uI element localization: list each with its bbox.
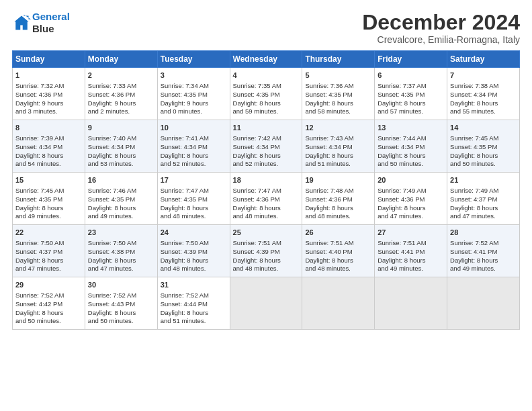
day-info-line: Daylight: 8 hours [233, 99, 300, 108]
day-info-line: Sunset: 4:34 PM [305, 143, 371, 152]
day-info-line: and 50 minutes. [88, 317, 154, 326]
day-info-line: Daylight: 8 hours [88, 309, 154, 318]
day-info-line: Sunrise: 7:37 AM [378, 82, 444, 91]
day-info-line: Sunrise: 7:33 AM [88, 82, 154, 91]
day-number: 11 [233, 123, 300, 133]
day-info-line: Sunrise: 7:51 AM [305, 239, 371, 248]
day-info-line: and 47 minutes. [450, 212, 517, 221]
day-info-line: Daylight: 9 hours [161, 99, 227, 108]
day-cell: 26Sunrise: 7:51 AMSunset: 4:40 PMDayligh… [302, 225, 375, 277]
day-info-line: Sunset: 4:36 PM [305, 195, 371, 204]
week-row-1: 1Sunrise: 7:32 AMSunset: 4:36 PMDaylight… [13, 68, 520, 120]
day-info-line: Sunrise: 7:36 AM [305, 82, 371, 91]
day-info-line: and 52 minutes. [233, 160, 300, 169]
day-info-line: Sunset: 4:35 PM [305, 91, 371, 99]
day-info-line: and 53 minutes. [88, 160, 154, 169]
day-info-line: Sunset: 4:35 PM [378, 91, 444, 99]
col-header-wednesday: Wednesday [230, 51, 302, 68]
day-info-line: Daylight: 8 hours [450, 99, 517, 108]
day-info-line: Sunset: 4:38 PM [88, 248, 154, 257]
day-info-line: Sunset: 4:36 PM [233, 195, 300, 204]
day-cell: 12Sunrise: 7:43 AMSunset: 4:34 PMDayligh… [302, 120, 375, 173]
day-cell [447, 277, 520, 330]
day-info-line: Sunrise: 7:47 AM [161, 187, 227, 195]
day-info-line: Sunrise: 7:49 AM [450, 187, 517, 195]
day-info-line: Sunrise: 7:51 AM [378, 239, 444, 248]
day-number: 10 [161, 123, 227, 133]
day-info-line: and 48 minutes. [161, 212, 227, 221]
day-info-line: and 48 minutes. [233, 265, 300, 273]
day-info-line: Daylight: 8 hours [378, 152, 444, 161]
day-cell: 18Sunrise: 7:47 AMSunset: 4:36 PMDayligh… [230, 173, 302, 225]
day-cell: 7Sunrise: 7:38 AMSunset: 4:34 PMDaylight… [447, 68, 520, 120]
day-info-line: and 57 minutes. [378, 107, 444, 116]
title-block: December 2024 Crevalcore, Emilia-Romagna… [362, 11, 520, 45]
day-info-line: Daylight: 8 hours [378, 204, 444, 213]
day-info-line: and 47 minutes. [378, 212, 444, 221]
col-header-thursday: Thursday [302, 51, 375, 68]
location-title: Crevalcore, Emilia-Romagna, Italy [362, 34, 520, 45]
day-info-line: and 2 minutes. [88, 107, 154, 116]
day-info-line: Daylight: 8 hours [233, 204, 300, 213]
day-number: 31 [161, 280, 227, 290]
day-info-line: and 52 minutes. [161, 160, 227, 169]
day-cell: 11Sunrise: 7:42 AMSunset: 4:34 PMDayligh… [230, 120, 302, 173]
day-info-line: Sunset: 4:35 PM [161, 195, 227, 204]
day-cell: 8Sunrise: 7:39 AMSunset: 4:34 PMDaylight… [13, 120, 85, 173]
day-cell [230, 277, 302, 330]
day-number: 13 [378, 123, 444, 133]
day-info-line: Sunset: 4:42 PM [15, 300, 82, 309]
logo-text: General Blue [32, 11, 70, 35]
day-info-line: Daylight: 8 hours [15, 309, 82, 318]
logo-line1: General [32, 11, 70, 22]
day-info-line: Sunrise: 7:52 AM [450, 239, 517, 248]
day-number: 8 [15, 123, 82, 133]
day-number: 26 [305, 228, 371, 238]
day-info-line: Sunrise: 7:45 AM [450, 134, 517, 143]
day-info-line: Daylight: 8 hours [233, 152, 300, 161]
day-number: 19 [305, 175, 371, 185]
day-info-line: Sunrise: 7:50 AM [88, 239, 154, 248]
col-header-sunday: Sunday [13, 51, 85, 68]
day-info-line: and 58 minutes. [305, 107, 371, 116]
day-info-line: Sunset: 4:37 PM [15, 248, 82, 257]
day-number: 2 [88, 71, 154, 81]
day-cell: 14Sunrise: 7:45 AMSunset: 4:35 PMDayligh… [447, 120, 520, 173]
day-number: 30 [88, 280, 154, 290]
day-info-line: Sunset: 4:41 PM [450, 248, 517, 257]
day-info-line: Sunrise: 7:38 AM [450, 82, 517, 91]
day-number: 28 [450, 228, 517, 238]
col-header-tuesday: Tuesday [157, 51, 230, 68]
day-info-line: Sunset: 4:36 PM [378, 195, 444, 204]
day-info-line: Sunset: 4:36 PM [88, 91, 154, 99]
day-info-line: Sunset: 4:35 PM [161, 91, 227, 99]
day-info-line: and 3 minutes. [15, 107, 82, 116]
day-number: 24 [161, 228, 227, 238]
day-number: 25 [233, 228, 300, 238]
day-number: 7 [450, 71, 517, 81]
calendar-table: SundayMondayTuesdayWednesdayThursdayFrid… [12, 50, 520, 330]
day-info-line: Daylight: 9 hours [88, 99, 154, 108]
day-number: 20 [378, 175, 444, 185]
day-info-line: Sunset: 4:37 PM [450, 195, 517, 204]
day-info-line: Sunrise: 7:47 AM [233, 187, 300, 195]
day-cell: 27Sunrise: 7:51 AMSunset: 4:41 PMDayligh… [375, 225, 447, 277]
day-info-line: Sunset: 4:34 PM [450, 91, 517, 99]
day-info-line: Daylight: 8 hours [450, 204, 517, 213]
day-info-line: Sunset: 4:44 PM [161, 300, 227, 309]
day-info-line: Sunset: 4:43 PM [88, 300, 154, 309]
day-info-line: Sunrise: 7:52 AM [161, 291, 227, 300]
day-info-line: and 51 minutes. [305, 160, 371, 169]
day-info-line: Daylight: 8 hours [15, 204, 82, 213]
day-info-line: Sunrise: 7:40 AM [88, 134, 154, 143]
day-info-line: and 51 minutes. [161, 317, 227, 326]
day-number: 21 [450, 175, 517, 185]
day-info-line: Daylight: 8 hours [305, 152, 371, 161]
day-cell [302, 277, 375, 330]
day-info-line: Sunset: 4:34 PM [161, 143, 227, 152]
day-info-line: and 50 minutes. [378, 160, 444, 169]
day-info-line: Sunrise: 7:41 AM [161, 134, 227, 143]
day-info-line: Sunrise: 7:50 AM [161, 239, 227, 248]
day-info-line: and 48 minutes. [305, 265, 371, 273]
day-info-line: Daylight: 9 hours [15, 99, 82, 108]
